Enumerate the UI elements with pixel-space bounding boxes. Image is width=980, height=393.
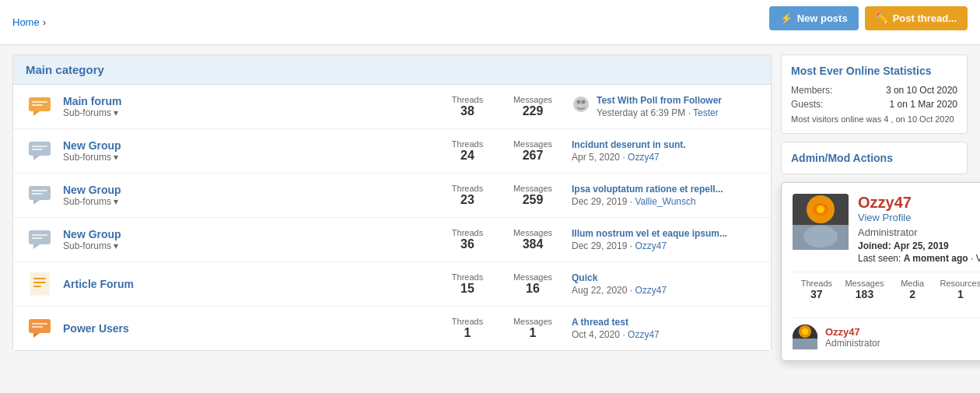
- svg-point-35: [802, 328, 808, 335]
- latest-meta: Aug 22, 2020 · Ozzy47: [572, 285, 758, 296]
- forum-sub: Sub-forums ▾: [63, 107, 429, 118]
- latest-user-link[interactable]: Ozzy47: [635, 285, 667, 296]
- forum-name-link[interactable]: Main forum: [63, 95, 121, 107]
- latest-thread-link[interactable]: Incidunt deserunt in sunt.: [572, 139, 743, 150]
- breadcrumb-separator: ›: [43, 16, 46, 28]
- forum-latest: A thread test Oct 4, 2020 · Ozzy47: [572, 317, 758, 340]
- counter-messages: Messages 183: [841, 279, 889, 310]
- profile-popup: ⚙ ▾ Ozzy47 View Profile: [781, 182, 980, 361]
- forum-latest: Ipsa voluptatum ratione et repell... Dec…: [572, 184, 758, 207]
- forum-icon: [26, 314, 54, 342]
- profile-joined: Joined: Apr 25, 2019: [858, 240, 980, 251]
- latest-user-link[interactable]: Vallie_Wunsch: [635, 196, 695, 207]
- latest-meta: Dec 29, 2019 · Ozzy47: [572, 240, 758, 251]
- latest-thread-link[interactable]: A thread test: [572, 317, 743, 328]
- forum-stats: Threads 1 Messages 1: [444, 317, 556, 340]
- svg-rect-14: [32, 193, 43, 195]
- messages-stat: Messages 384: [509, 228, 556, 251]
- svg-rect-9: [32, 146, 47, 147]
- svg-rect-2: [32, 101, 47, 103]
- forum-latest: Incidunt deserunt in sunt. Apr 5, 2020 ·…: [572, 139, 758, 163]
- forum-name-link[interactable]: Power Users: [63, 322, 129, 335]
- forum-icon: [26, 93, 54, 121]
- threads-stat: Threads 1: [444, 317, 491, 340]
- post-thread-button[interactable]: ✏️ Post thread...: [865, 6, 968, 30]
- svg-rect-36: [793, 339, 817, 349]
- svg-point-30: [817, 205, 824, 213]
- svg-rect-18: [32, 237, 43, 239]
- guests-value: 1 on 1 Mar 2020: [890, 99, 957, 110]
- messages-stat: Messages 1: [509, 317, 556, 340]
- right-panel: Most Ever Online Statistics Members: 3 o…: [781, 54, 968, 361]
- latest-thread-link[interactable]: Quick: [572, 272, 743, 283]
- main-container: Main category Main forum Sub-forums: [0, 45, 980, 370]
- latest-meta: Oct 4, 2020 · Ozzy47: [572, 329, 758, 340]
- threads-stat: Threads 38: [444, 95, 491, 118]
- profile-lastseen: Last seen: A moment ago · Viewing forum …: [858, 253, 980, 264]
- svg-rect-20: [33, 278, 46, 279]
- latest-user-link[interactable]: Ozzy47: [628, 329, 660, 340]
- svg-rect-3: [32, 104, 43, 106]
- home-link[interactable]: Home: [12, 16, 40, 28]
- latest-meta: Yesterday at 6:39 PM · Tester: [597, 107, 722, 118]
- forum-icon: [26, 270, 54, 298]
- view-profile-link[interactable]: View Profile: [858, 212, 980, 223]
- forum-info: New Group Sub-forums ▾: [63, 228, 429, 251]
- forum-stats: Threads 24 Messages 267: [444, 139, 556, 163]
- profile-footer: Ozzy47 Administrator: [793, 318, 980, 349]
- forum-info: New Group Sub-forums ▾: [63, 184, 429, 207]
- messages-stat: Messages 229: [509, 95, 556, 118]
- svg-point-4: [573, 96, 589, 112]
- forum-row: New Group Sub-forums ▾ Threads 36 Messag…: [13, 218, 771, 262]
- left-panel: Main category Main forum Sub-forums: [12, 54, 772, 361]
- profile-main-info: Ozzy47 View Profile Administrator Joined…: [858, 194, 980, 264]
- forum-icon: [26, 181, 54, 209]
- latest-meta: Apr 5, 2020 · Ozzy47: [572, 152, 758, 163]
- forum-sub: Sub-forums ▾: [63, 240, 429, 251]
- forum-row: Article Forum Threads 15 Messages 16 Qui…: [13, 262, 771, 307]
- latest-user-link[interactable]: Ozzy47: [628, 152, 660, 163]
- guests-label: Guests:: [791, 99, 823, 110]
- dropdown-icon: ▾: [114, 107, 118, 118]
- forum-name-link[interactable]: New Group: [63, 228, 121, 240]
- threads-stat: Threads 36: [444, 228, 491, 251]
- new-posts-button[interactable]: ⚡ New posts: [769, 6, 859, 30]
- counter-threads: Threads 37: [793, 279, 841, 310]
- counter-media: Media 2: [888, 279, 936, 310]
- svg-marker-16: [33, 244, 40, 249]
- svg-marker-1: [33, 111, 40, 116]
- forum-sub: Sub-forums ▾: [63, 196, 429, 207]
- top-bar: Home › ⚡ New posts ✏️ Post thread...: [0, 0, 980, 45]
- svg-point-32: [803, 226, 838, 247]
- svg-rect-13: [32, 190, 47, 191]
- forum-row: New Group Sub-forums ▾ Threads 23 Messag…: [13, 174, 771, 218]
- messages-stat: Messages 259: [509, 184, 556, 207]
- latest-meta: Dec 29, 2019 · Vallie_Wunsch: [572, 196, 758, 207]
- forum-name-link[interactable]: Article Forum: [63, 278, 134, 290]
- dropdown-icon: ▾: [114, 196, 118, 207]
- latest-thread-link[interactable]: Ipsa voluptatum ratione et repell...: [572, 184, 743, 195]
- members-row: Members: 3 on 10 Oct 2020: [791, 85, 957, 96]
- forum-info: Power Users: [63, 322, 429, 335]
- stats-title: Most Ever Online Statistics: [791, 65, 957, 77]
- forum-stats: Threads 23 Messages 259: [444, 184, 556, 207]
- svg-marker-24: [33, 333, 40, 338]
- footer-username-link[interactable]: Ozzy47: [825, 326, 860, 338]
- forum-name-link[interactable]: New Group: [63, 139, 121, 152]
- svg-marker-12: [33, 200, 40, 205]
- members-label: Members:: [791, 85, 832, 96]
- forum-stats: Threads 36 Messages 384: [444, 228, 556, 251]
- svg-rect-21: [33, 282, 46, 283]
- latest-thread-link[interactable]: Illum nostrum vel et eaque ipsum...: [572, 228, 743, 239]
- latest-thread-link[interactable]: Test With Poll from Follower: [597, 95, 722, 106]
- footer-avatar: [793, 325, 817, 349]
- latest-user-link[interactable]: Tester: [693, 107, 719, 118]
- latest-user-link[interactable]: Ozzy47: [635, 240, 667, 251]
- forum-name-link[interactable]: New Group: [63, 184, 121, 196]
- forum-info: Article Forum: [63, 278, 429, 290]
- counter-resources: Resources 1: [936, 279, 980, 310]
- action-buttons: ⚡ New posts ✏️ Post thread...: [769, 6, 968, 30]
- svg-point-6: [582, 100, 586, 104]
- dropdown-icon: ▾: [114, 240, 118, 251]
- svg-rect-19: [30, 273, 49, 295]
